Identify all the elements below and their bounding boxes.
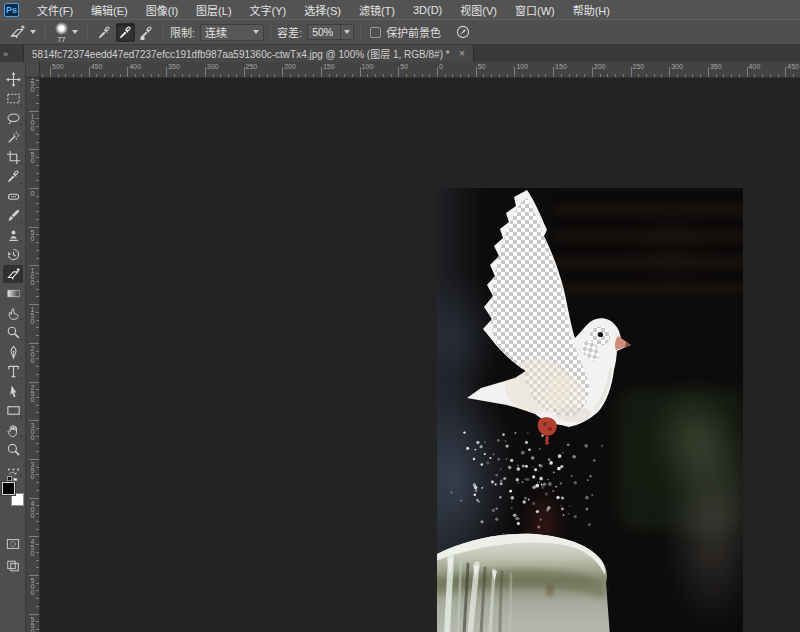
- menu-item-8[interactable]: 视图(V): [451, 0, 506, 19]
- eyedropper-once-icon: [118, 25, 133, 40]
- zoom-tool[interactable]: [3, 441, 23, 459]
- document-tab[interactable]: 5814fc72374eedd47ed7237efcc191dfb987aa59…: [23, 45, 474, 62]
- type-tool[interactable]: [3, 363, 23, 381]
- eyedrop-icon: [6, 169, 21, 184]
- gradient-tool[interactable]: [3, 285, 23, 303]
- ruler-v-label-7: 200: [29, 345, 36, 363]
- foreground-color-swatch[interactable]: [2, 482, 15, 495]
- pen-tool[interactable]: [3, 343, 23, 361]
- move-icon: [6, 72, 21, 87]
- rect-marquee-tool[interactable]: [3, 90, 23, 108]
- clone-stamp-tool[interactable]: [3, 226, 23, 244]
- menu-item-6[interactable]: 滤镜(T): [350, 0, 404, 19]
- pathsel-icon: [6, 384, 21, 399]
- separator: [360, 23, 361, 42]
- lasso-tool[interactable]: [3, 109, 23, 127]
- ruler-h-label-6: 200: [284, 63, 296, 70]
- menu-item-2[interactable]: 图像(I): [137, 0, 187, 19]
- crop-tool[interactable]: [3, 148, 23, 166]
- eyedropper-tool[interactable]: [3, 168, 23, 186]
- sampling-once-button[interactable]: [116, 23, 135, 42]
- dodge-tool[interactable]: [3, 324, 23, 342]
- shape-icon: [6, 403, 21, 418]
- document-tab-title: 5814fc72374eedd47ed7237efcc191dfb987aa59…: [32, 46, 450, 61]
- sampling-continuous-button[interactable]: [95, 23, 114, 42]
- ruler-corner: [26, 62, 40, 78]
- protect-foreground-checkbox[interactable]: [370, 27, 381, 38]
- ruler-v-label-13: 500: [29, 577, 36, 595]
- brush-tip-icon: [55, 22, 68, 35]
- tolerance-dropdown-button[interactable]: [341, 24, 354, 40]
- wand-icon: [6, 130, 21, 145]
- hand-tool[interactable]: [3, 421, 23, 439]
- chevron-down-icon: [30, 30, 36, 34]
- ruler-v-label-4: 50: [29, 229, 36, 241]
- edit-toolbar-button[interactable]: [3, 460, 23, 478]
- path-selection-tool[interactable]: [3, 382, 23, 400]
- separator: [45, 23, 46, 42]
- gradient-icon: [6, 286, 21, 301]
- sampling-background-swatch-button[interactable]: [137, 23, 156, 42]
- color-swatches[interactable]: [2, 482, 24, 506]
- document-canvas[interactable]: [437, 188, 743, 632]
- tab-overflow-chevron[interactable]: »: [0, 45, 12, 62]
- limit-label: 限制:: [170, 24, 195, 40]
- ruler-h-label-14: 200: [594, 63, 606, 70]
- ruler-h-label-1: 450: [91, 63, 103, 70]
- limit-dropdown[interactable]: 连续: [200, 24, 264, 41]
- quick-mask-icon: [6, 537, 20, 551]
- tab-close-icon[interactable]: ×: [459, 48, 465, 59]
- tablet-pressure-icon: [455, 24, 471, 40]
- healing-brush-tool[interactable]: [3, 187, 23, 205]
- magic-wand-tool[interactable]: [3, 129, 23, 147]
- ruler-h-label-10: 0: [439, 63, 443, 70]
- ruler-h-label-4: 300: [207, 63, 219, 70]
- dove: [467, 190, 631, 445]
- photoshop-window: { "menubar": { "logo": "Ps", "items": [ …: [0, 0, 800, 632]
- menu-item-5[interactable]: 选择(S): [295, 0, 350, 19]
- menu-item-3[interactable]: 图层(L): [187, 0, 240, 19]
- brush-preview: 77: [55, 22, 68, 43]
- ruler-v-label-2: 50: [29, 151, 36, 163]
- typeT-icon: [6, 364, 21, 379]
- dove-feet: [538, 417, 557, 445]
- tool-preset-button[interactable]: [6, 21, 39, 43]
- ruler-v-label-3: 0: [29, 190, 36, 196]
- tolerance-input[interactable]: 50%: [307, 24, 341, 40]
- dove-eye: [598, 332, 603, 337]
- history-brush-tool[interactable]: [3, 246, 23, 264]
- ruler-h-label-11: 50: [478, 63, 486, 70]
- background-eraser-tool[interactable]: [3, 265, 23, 283]
- quick-mask-button[interactable]: [3, 536, 23, 552]
- horizontal-ruler[interactable]: 5004504003503002502001501005005010015020…: [26, 62, 800, 78]
- photoshop-logo: Ps: [4, 3, 19, 17]
- smudge-tool[interactable]: [3, 304, 23, 322]
- chevron-down-icon: [72, 30, 78, 34]
- pen-icon: [6, 345, 21, 360]
- protect-foreground-toggle[interactable]: 保护前景色: [367, 21, 444, 43]
- menu-item-4[interactable]: 文字(Y): [241, 0, 296, 19]
- brush-size-picker[interactable]: 77: [52, 21, 81, 43]
- screen-mode-button[interactable]: [3, 558, 23, 574]
- smudge-icon: [6, 306, 21, 321]
- ruler-h-label-12: 100: [516, 63, 528, 70]
- menu-item-9[interactable]: 窗口(W): [506, 0, 564, 19]
- tablet-pressure-button[interactable]: [452, 21, 474, 43]
- marquee-icon: [6, 91, 21, 106]
- ruler-h-label-2: 400: [129, 63, 141, 70]
- shape-tool[interactable]: [3, 402, 23, 420]
- move-tool[interactable]: [3, 70, 23, 88]
- ruler-h-label-16: 300: [671, 63, 683, 70]
- menu-item-0[interactable]: 文件(F): [28, 0, 82, 19]
- menu-item-10[interactable]: 帮助(H): [564, 0, 619, 19]
- zoomglass-icon: [6, 442, 21, 457]
- ruler-v-label-11: 400: [29, 500, 36, 518]
- brush-tool[interactable]: [3, 207, 23, 225]
- vertical-ruler[interactable]: 1501005005010015020025030035040045050055…: [26, 62, 40, 632]
- document-tab-bar: » 5814fc72374eedd47ed7237efcc191dfb987aa…: [0, 45, 800, 62]
- history-icon: [6, 247, 21, 262]
- brush-icon: [6, 208, 21, 223]
- menu-item-7[interactable]: 3D(D): [404, 0, 451, 19]
- menu-bar: Ps 文件(F)编辑(E)图像(I)图层(L)文字(Y)选择(S)滤镜(T)3D…: [0, 0, 800, 19]
- menu-item-1[interactable]: 编辑(E): [82, 0, 137, 19]
